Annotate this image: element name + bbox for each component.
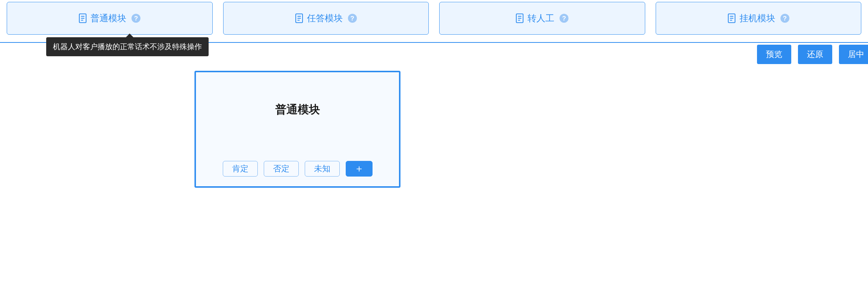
tab-label: 转人工 — [528, 12, 554, 24]
action-bar: 预览 还原 居中 — [757, 45, 868, 64]
tab-transfer-manual[interactable]: 转人工 ? — [439, 2, 645, 35]
tooltip-normal-module: 机器人对客户播放的正常话术不涉及特殊操作 — [46, 37, 209, 56]
node-title: 普通模块 — [275, 102, 320, 117]
document-icon — [516, 13, 524, 23]
tab-label: 普通模块 — [91, 12, 126, 24]
center-button[interactable]: 居中 — [839, 45, 868, 64]
document-icon — [728, 13, 736, 23]
tab-label: 任答模块 — [307, 12, 343, 24]
help-icon[interactable]: ? — [348, 14, 357, 23]
tab-answer-module[interactable]: 任答模块 ? — [223, 2, 429, 35]
document-icon — [295, 13, 303, 23]
tag-unknown[interactable]: 未知 — [305, 161, 340, 177]
help-icon[interactable]: ? — [780, 14, 789, 23]
tag-positive[interactable]: 肯定 — [223, 161, 258, 177]
flow-node-normal-module[interactable]: 普通模块 肯定 否定 未知 ＋ — [194, 71, 400, 188]
module-tabs: 普通模块 ? 任答模块 ? 转人工 ? 挂机模块 ? — [0, 0, 868, 35]
restore-button[interactable]: 还原 — [798, 45, 832, 64]
help-icon[interactable]: ? — [560, 14, 568, 23]
document-icon — [79, 13, 87, 23]
help-icon[interactable]: ? — [132, 14, 140, 23]
tooltip-text: 机器人对客户播放的正常话术不涉及特殊操作 — [53, 42, 202, 51]
add-tag-button[interactable]: ＋ — [346, 161, 373, 177]
tab-normal-module[interactable]: 普通模块 ? — [7, 2, 213, 35]
tab-hangup-module[interactable]: 挂机模块 ? — [656, 2, 862, 35]
tab-label: 挂机模块 — [739, 12, 775, 24]
preview-button[interactable]: 预览 — [757, 45, 791, 64]
tag-negative[interactable]: 否定 — [264, 161, 299, 177]
node-tag-row: 肯定 否定 未知 ＋ — [196, 161, 399, 177]
